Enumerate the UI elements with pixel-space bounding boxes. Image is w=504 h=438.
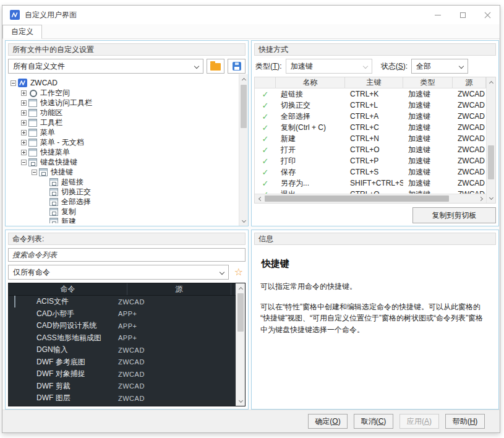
scroll-up-icon[interactable] bbox=[239, 74, 249, 84]
column-header-command[interactable]: 命令 bbox=[9, 283, 127, 295]
ok-button[interactable]: 确定(O) bbox=[308, 414, 348, 429]
collapse-icon[interactable] bbox=[11, 80, 16, 86]
shortcuts-hscrollbar[interactable] bbox=[255, 194, 486, 203]
tree-item-label: 工作空间 bbox=[40, 88, 70, 98]
shortcuts-vscrollbar[interactable] bbox=[486, 77, 495, 203]
scrollbar-thumb[interactable] bbox=[488, 145, 494, 179]
save-file-button[interactable] bbox=[228, 59, 246, 74]
maximize-button[interactable] bbox=[450, 6, 475, 24]
command-row[interactable]: CAD小帮手APP+ bbox=[9, 308, 236, 320]
tab-customize[interactable]: 自定义 bbox=[2, 25, 42, 39]
shortcut-row[interactable]: ✓另存为...SHIFT+CTRL+S加速键ZWCAD bbox=[255, 178, 486, 189]
scroll-down-icon[interactable] bbox=[236, 397, 246, 406]
copy-to-clipboard-button[interactable]: 复制到剪切板 bbox=[412, 207, 496, 223]
scrollbar-thumb[interactable] bbox=[241, 85, 247, 128]
column-header-source[interactable]: 源 bbox=[127, 283, 231, 295]
tree-item[interactable]: 键盘快捷键 bbox=[9, 157, 236, 167]
tree-scrollbar[interactable] bbox=[239, 74, 248, 226]
shortcut-row[interactable]: ✓打开CTRL+O加速键ZWCAD bbox=[255, 144, 486, 155]
cancel-button[interactable]: 取消(C) bbox=[354, 414, 393, 429]
type-combo[interactable]: 加速键 bbox=[286, 59, 372, 74]
expand-icon[interactable] bbox=[21, 90, 27, 96]
scroll-up-icon[interactable] bbox=[487, 77, 496, 87]
command-filter-combo[interactable]: 仅所有命令 bbox=[8, 265, 229, 280]
expand-icon[interactable] bbox=[21, 150, 27, 155]
expand-icon[interactable] bbox=[21, 110, 27, 116]
minimize-button[interactable] bbox=[425, 6, 450, 24]
scroll-down-icon[interactable] bbox=[239, 217, 249, 226]
scroll-left-icon[interactable] bbox=[255, 194, 264, 204]
command-row[interactable]: DWF 剪裁ZWCAD bbox=[9, 380, 236, 393]
scrollbar-thumb[interactable] bbox=[237, 293, 244, 332]
tree-item[interactable]: 菜单 - 无文档 bbox=[9, 137, 236, 147]
tree-item-label: ZWCAD bbox=[30, 79, 58, 87]
shortcut-row[interactable]: ✓新建CTRL+N加速键ZWCAD bbox=[255, 133, 486, 144]
collapse-icon[interactable] bbox=[32, 170, 37, 175]
shortcuts-table-header: 名称 主键 类型 源 bbox=[255, 77, 486, 88]
shortcut-row[interactable]: ✓打印CTRL+P加速键ZWCAD bbox=[255, 155, 486, 166]
tree-item[interactable]: 超链接 bbox=[9, 177, 236, 187]
expand-icon[interactable] bbox=[21, 140, 27, 145]
close-icon bbox=[484, 12, 491, 19]
hotkey-icon bbox=[49, 198, 58, 206]
type-combo-value: 加速键 bbox=[291, 61, 313, 72]
command-row[interactable]: CASS地形地籍成图APP+ bbox=[9, 332, 236, 345]
column-header-blank[interactable] bbox=[231, 283, 236, 295]
favorites-button[interactable]: ☆ bbox=[232, 265, 246, 280]
tree-item[interactable]: 工作空间 bbox=[9, 88, 236, 98]
shortcut-row[interactable]: ✓切换正交CTRL+L加速键ZWCAD bbox=[255, 100, 486, 111]
commands-scrollbar[interactable] bbox=[236, 283, 245, 406]
expand-icon[interactable] bbox=[21, 130, 27, 135]
tree-spacer bbox=[42, 189, 48, 195]
tree-item-label: 工具栏 bbox=[40, 118, 62, 128]
search-input[interactable] bbox=[8, 248, 246, 262]
scrollbar-thumb[interactable] bbox=[265, 195, 449, 202]
command-icon-cell bbox=[9, 308, 36, 319]
tree-item[interactable]: 全部选择 bbox=[9, 197, 236, 207]
tree-item[interactable]: 快速访问工具栏 bbox=[9, 98, 236, 108]
open-file-button[interactable] bbox=[207, 59, 224, 74]
command-row[interactable]: CAD协同设计系统APP+ bbox=[9, 320, 236, 332]
shortcut-row[interactable]: ✓超链接CTRL+K加速键ZWCAD bbox=[255, 88, 486, 100]
shortcut-row[interactable]: ✓复制(Ctrl + C)CTRL+C加速键ZWCAD bbox=[255, 122, 486, 133]
command-row[interactable]: ACIS文件ZWCAD bbox=[9, 296, 236, 308]
collapse-icon[interactable] bbox=[21, 160, 27, 165]
tree-item[interactable]: 切换正交 bbox=[9, 187, 236, 197]
help-button[interactable]: 帮助(H) bbox=[445, 414, 485, 429]
column-header-type[interactable]: 类型 bbox=[403, 77, 453, 88]
command-source: ZWCAD bbox=[118, 382, 236, 390]
command-name: DWF 剪裁 bbox=[36, 381, 118, 392]
column-header-check[interactable] bbox=[255, 77, 276, 88]
close-button[interactable] bbox=[475, 6, 500, 24]
command-row[interactable]: DWF 对象捕捉ZWCAD bbox=[9, 368, 236, 380]
scroll-up-icon[interactable] bbox=[236, 283, 246, 293]
column-header-key[interactable]: 主键 bbox=[345, 77, 403, 88]
status-combo[interactable]: 全部 bbox=[411, 59, 468, 74]
column-header-source[interactable]: 源 bbox=[453, 77, 486, 88]
tree-item[interactable]: ZWCAD bbox=[9, 78, 236, 88]
tree-item[interactable]: 新建 bbox=[9, 217, 236, 223]
workspace-icon bbox=[28, 89, 37, 97]
tree-item[interactable]: 工具栏 bbox=[9, 118, 236, 127]
tree-spacer bbox=[42, 219, 48, 224]
command-row[interactable]: DWF 图层ZWCAD bbox=[9, 392, 236, 405]
scroll-right-icon[interactable] bbox=[477, 194, 486, 204]
enabled-check-icon: ✓ bbox=[255, 134, 276, 144]
command-row[interactable]: DWF. 删除剪裁边界ZWCAD bbox=[9, 405, 236, 407]
scroll-down-icon[interactable] bbox=[487, 194, 496, 203]
shortcut-row[interactable]: ✓全部选择CTRL+A加速键ZWCAD bbox=[255, 111, 486, 122]
shortcut-type: 加速键 bbox=[403, 145, 453, 155]
tree-item[interactable]: 快捷菜单 bbox=[9, 147, 236, 157]
shortcut-row[interactable]: ✓保存CTRL+S加速键ZWCAD bbox=[255, 166, 486, 178]
command-row[interactable]: DWF 参考底图ZWCAD bbox=[9, 356, 236, 369]
tree-item[interactable]: 功能区 bbox=[9, 108, 236, 118]
command-row[interactable]: DGN输入ZWCAD bbox=[9, 344, 236, 356]
shortcut-source: ZWCAD bbox=[453, 112, 486, 121]
expand-icon[interactable] bbox=[21, 120, 27, 126]
tree-item[interactable]: 菜单 bbox=[9, 127, 236, 137]
customization-file-combo[interactable]: 所有自定义文件 bbox=[8, 59, 203, 74]
tree-item[interactable]: 快捷键 bbox=[9, 167, 236, 177]
expand-icon[interactable] bbox=[21, 100, 27, 106]
column-header-name[interactable]: 名称 bbox=[276, 77, 345, 88]
tree-item[interactable]: 复制 bbox=[9, 207, 236, 217]
